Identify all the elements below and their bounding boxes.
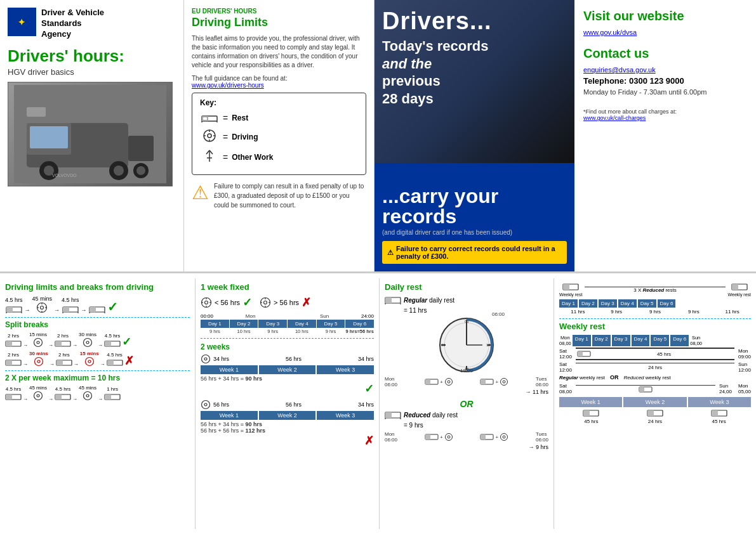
limit-less-label: < 56 hrs (215, 299, 240, 306)
key-row-driving: = Driving (200, 129, 358, 145)
key-row-rest: = Rest (200, 111, 358, 125)
weekly-day-boxes: Day 1 Day 2 Day 3 Day 4 Day 5 Day 6 (559, 299, 751, 308)
drivers-panel: Drivers... Today's records and the previ… (375, 0, 574, 271)
weekly-bottom-schedule: Sat08,00 Sun24,00 Mon05,00 (559, 383, 751, 394)
svg-point-117 (503, 381, 505, 383)
two-weeks-scenario-2: 56 hrs 56 hrs 34 hrs Week 1 Week 2 Week … (201, 400, 374, 448)
contact-hours: Monday to Friday - 7.30am until 6.00pm (583, 88, 747, 96)
intro-text: This leaflet aims to provide you, the pr… (192, 34, 366, 70)
bed-icon-1 (6, 303, 22, 313)
svg-rect-111 (425, 379, 430, 384)
weekly-top-row: Weekly rest 3 X Reduced rests Weekly res… (559, 282, 751, 297)
reduced-daily-rest: Reduced daily rest = 9 hrs Mon06:00 + + (385, 410, 548, 450)
charges-link[interactable]: www.gov.uk/call-charges (583, 115, 646, 121)
warning-icon: ⚠ (192, 181, 209, 204)
warning-text: Failure to comply can result in a fixed … (214, 181, 366, 210)
svg-point-50 (34, 339, 43, 347)
svg-point-21 (208, 134, 211, 138)
key-box: Key: = Rest (192, 93, 366, 175)
svg-rect-135 (578, 351, 583, 356)
svg-rect-137 (639, 387, 644, 392)
svg-point-51 (37, 341, 39, 344)
rest-label: Rest (232, 114, 248, 122)
weekly-schedule-labels: Mon08,00 Day 1 Day 2 Day 3 Day 4 Day 5 D… (559, 335, 751, 346)
svg-point-75 (86, 394, 89, 397)
svg-rect-6 (128, 136, 154, 161)
svg-point-64 (85, 358, 93, 366)
contact-email[interactable]: enquiries@dvsa.gov.uk (583, 66, 747, 74)
two-per-week-row: 4.5 hrs → 45 mins → 4.5 hrs → 45 mins → … (5, 385, 190, 402)
svg-point-129 (503, 436, 505, 438)
svg-rect-67 (107, 360, 114, 365)
website-link[interactable]: www.gov.uk/dvsa (583, 29, 747, 36)
week-hrs-bottom: 45 hrs 24 hrs 45 hrs (559, 408, 751, 424)
svg-rect-133 (732, 284, 738, 290)
split-row-1: 2 hrs → 15 mins → 2 hrs → 30 mins → 4.5 … (5, 332, 190, 349)
svg-point-70 (34, 392, 43, 400)
svg-point-124 (445, 434, 452, 441)
split-row-2: 2 hrs → 30 mins → 2 hrs → 15 mins → 4.5 … (5, 351, 190, 368)
svg-rect-57 (105, 341, 111, 346)
bed-icon-2 (62, 303, 79, 313)
svg-text:00: 00 (441, 343, 446, 347)
day-bars: Day 1 Day 2 Day 3 Day 4 Day 5 Day 6 (201, 320, 374, 328)
limit-row: < 56 hrs ✓ > 56 hrs ✗ (201, 296, 374, 309)
carry-sub: (and digital driver card if one has been… (382, 229, 567, 236)
two-weeks-scenario-1: 34 hrs 56 hrs 34 hrs Week 1 Week 2 Week … (201, 354, 374, 396)
tick-split1: ✓ (122, 335, 131, 349)
regular-daily-rest: Regular daily rest = 11 hrs (385, 296, 548, 395)
svg-point-112 (445, 379, 452, 386)
regular-weekly-schedule: Sat12:00 45 hrs Mon09:00 Sat12:00 24 hrs… (559, 348, 751, 381)
carry-records: ...carry your records (382, 186, 567, 226)
two-weeks-title: 2 weeks (201, 342, 374, 351)
svg-point-128 (501, 434, 508, 441)
svg-point-90 (202, 355, 210, 363)
guidance-text: The full guidance can be found at: www.g… (192, 75, 366, 89)
svg-point-60 (34, 358, 43, 366)
driving-limits-title: Driving Limits (192, 16, 366, 29)
yellow-warning-icon: ⚠ (387, 249, 394, 257)
drivers-title: Drivers... (382, 8, 567, 35)
svg-point-54 (84, 339, 92, 347)
limit-more-label: > 56 hrs (274, 299, 299, 306)
driving-limits-bottom-title: Driving limits and breaks from driving (5, 282, 190, 292)
weekly-day-hrs: 11 hrs 9 hrs 9 hrs 9 hrs 11 hrs (559, 309, 751, 315)
bed-icon-3 (89, 303, 105, 313)
svg-point-85 (264, 301, 267, 304)
daily-rest-title: Daily rest (385, 282, 548, 292)
svg-point-92 (202, 401, 210, 409)
svg-rect-123 (425, 434, 430, 440)
page-title: Drivers' hours: (8, 46, 176, 66)
svg-rect-131 (563, 284, 569, 290)
svg-rect-31 (6, 307, 13, 312)
svg-point-93 (204, 403, 207, 406)
svg-point-74 (84, 392, 92, 400)
page-subtitle: HGV driver basics (8, 67, 176, 77)
yellow-warning-text: Failure to carry correct records could r… (396, 245, 562, 260)
svg-rect-115 (481, 379, 486, 384)
svg-point-71 (37, 394, 39, 397)
weekly-rest-title: Weekly rest (559, 322, 751, 331)
eu-label: EU DRIVERS' HOURS (192, 8, 366, 15)
steering-icon-1 (36, 302, 48, 313)
svg-point-125 (448, 436, 450, 438)
work-label: Other Work (232, 153, 273, 162)
svg-rect-73 (55, 394, 62, 400)
svg-rect-13 (27, 107, 46, 117)
svg-point-61 (37, 360, 40, 363)
svg-point-65 (88, 360, 91, 363)
cross-56: ✗ (302, 296, 311, 309)
svg-rect-49 (6, 341, 12, 346)
tick-main: ✓ (107, 299, 118, 315)
svg-point-113 (448, 381, 450, 383)
main-pattern-row: 4.5 hrs → 45 mins → 4.5 hrs → ✓ (5, 296, 190, 315)
svg-rect-143 (712, 410, 718, 416)
today-records: Today's records and the previous 28 days (382, 37, 567, 107)
svg-rect-127 (481, 434, 486, 440)
svg-point-79 (205, 301, 208, 304)
key-title: Key: (200, 98, 358, 107)
svg-rect-53 (55, 341, 62, 346)
guidance-link[interactable]: www.gov.uk/drivers-hours (192, 82, 264, 89)
dvsa-name: Driver & Vehicle Standards Agency (41, 8, 104, 40)
svg-rect-139 (583, 410, 590, 416)
